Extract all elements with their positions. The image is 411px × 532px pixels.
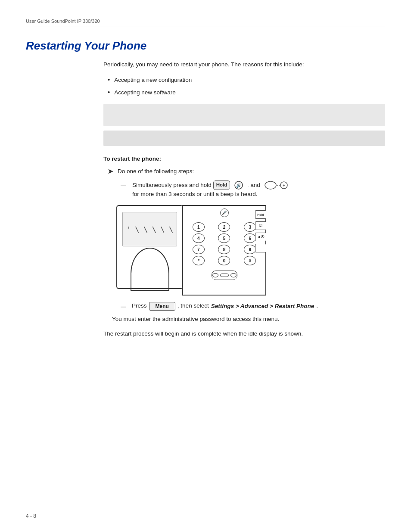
- svg-text:+: +: [283, 183, 285, 188]
- phone-diagram: ' \ \ \ \ \ Hold ☑ ◄⦿: [116, 205, 385, 296]
- side-btn-2: ☑: [255, 221, 266, 230]
- sub-step-1: — Simultaneously press and hold Hold 🔊 ,…: [121, 180, 385, 199]
- key-hash: #: [244, 256, 256, 265]
- phone-arc: [131, 248, 169, 291]
- section-heading: To restart the phone:: [103, 156, 385, 162]
- list-item: Accepting a new configuration: [108, 75, 385, 85]
- dash-1: —: [121, 181, 126, 188]
- handset-btn: [212, 271, 237, 280]
- svg-point-2: [265, 181, 276, 189]
- key-5: 5: [218, 233, 230, 243]
- step1-label: Do one of the following steps:: [118, 167, 194, 176]
- hold-label: Hold: [216, 182, 227, 187]
- phone-screen: ' \ \ \ \ \: [122, 212, 177, 246]
- header-bar: User Guide SoundPoint IP 330/320: [26, 17, 385, 27]
- side-btn-3: ◄⦿: [255, 233, 266, 241]
- simultaneously-text: Simultaneously press and hold: [132, 182, 212, 188]
- hold-button-icon: Hold: [213, 180, 230, 190]
- key-4: 4: [193, 233, 205, 243]
- press-text: Press: [132, 302, 147, 311]
- note-text: You must enter the administrative passwo…: [112, 315, 385, 324]
- page-title: Restarting Your Phone: [26, 39, 385, 53]
- key-9: 9: [244, 245, 256, 254]
- hold-side-btn: Hold: [255, 210, 266, 219]
- svg-text:🔊: 🔊: [236, 183, 242, 188]
- side-icon-1: ☑: [259, 224, 262, 228]
- closing-text: The restart process will begin and is co…: [103, 329, 385, 339]
- list-item: Accepting new software: [108, 87, 385, 97]
- key-6: 6: [244, 233, 256, 243]
- then-text: , then select: [177, 302, 209, 311]
- image-placeholder-1: [103, 104, 385, 126]
- image-placeholder-2: [103, 131, 385, 146]
- sub-step-2: — Press Menu , then select Settings > Ad…: [121, 302, 385, 311]
- sound-waves: ' \ \ \ \ \: [126, 225, 173, 234]
- key-7: 7: [193, 245, 205, 254]
- settings-path: Settings > Advanced > Restart Phone: [211, 303, 314, 309]
- key-0: 0: [218, 256, 230, 265]
- and-text: , and: [247, 182, 260, 188]
- page-number: 4 - 8: [26, 513, 36, 519]
- side-buttons-panel: Hold ☑ ◄⦿: [255, 210, 266, 252]
- phone-body-right: Hold ☑ ◄⦿ 🎤: [182, 205, 266, 296]
- arrow-symbol: ➤: [108, 168, 113, 175]
- key-8: 8: [218, 245, 230, 254]
- key-2: 2: [218, 222, 230, 232]
- content-area: Periodically, you may need to restart yo…: [103, 60, 385, 339]
- mute-symbol: 🎤: [222, 211, 227, 215]
- keypad-grid: 1 2 3 4 5 6 7 8 9 * 0 #: [183, 218, 265, 269]
- handset-circle-right: [230, 273, 237, 277]
- handset-body: [220, 274, 229, 277]
- intro-text: Periodically, you may need to restart yo…: [103, 60, 385, 69]
- handset-circle-left: [212, 273, 218, 277]
- dash-2: —: [121, 303, 126, 310]
- key-star: *: [193, 256, 205, 265]
- side-btn-4: [255, 244, 266, 252]
- sub-step-1-suffix: for more than 3 seconds or until a beep …: [132, 191, 257, 197]
- step-arrow: ➤ Do one of the following steps:: [103, 167, 385, 176]
- key-3: 3: [244, 222, 256, 232]
- handset-row: [183, 271, 265, 280]
- sub-step-1-row: — Simultaneously press and hold Hold 🔊 ,…: [121, 180, 385, 199]
- header-text: User Guide SoundPoint IP 330/320: [26, 19, 100, 24]
- phone-body-left: ' \ \ \ \ \: [116, 205, 183, 289]
- period: .: [316, 302, 318, 311]
- rocker-icon: +: [264, 180, 288, 190]
- bullet-list: Accepting a new configuration Accepting …: [103, 75, 385, 97]
- headset-icon: +: [264, 180, 288, 190]
- sub-step-1-content: Simultaneously press and hold Hold 🔊 , a…: [132, 180, 290, 199]
- mute-icon-row: 🎤: [183, 208, 265, 217]
- hold-side-label: Hold: [257, 213, 264, 216]
- menu-button-icon: Menu: [149, 302, 175, 311]
- key-1: 1: [193, 222, 205, 232]
- speaker-icon: 🔊: [233, 180, 245, 190]
- sub-step-2-row: — Press Menu , then select Settings > Ad…: [121, 302, 385, 311]
- side-icon-2: ◄⦿: [257, 235, 265, 239]
- mute-circle: 🎤: [220, 208, 229, 217]
